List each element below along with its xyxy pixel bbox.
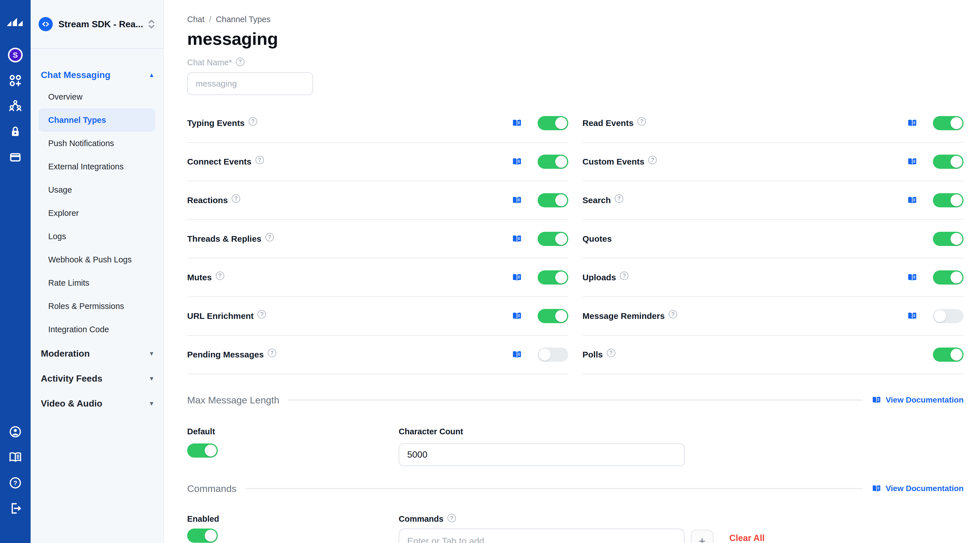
feature-label: Search bbox=[582, 196, 611, 205]
apps-icon[interactable] bbox=[7, 73, 23, 89]
sidebar-item-external-integrations[interactable]: External Integrations bbox=[38, 155, 155, 178]
nav-group-moderation[interactable]: Moderation ▾ bbox=[38, 341, 155, 366]
workspace-selector[interactable]: Stream SDK - Rea... bbox=[30, 0, 163, 49]
sidebar-item-overview[interactable]: Overview bbox=[38, 85, 155, 108]
help-icon[interactable]: ? bbox=[266, 233, 274, 241]
svg-text:?: ? bbox=[13, 479, 17, 487]
feature-row-read-events: Read Events ? bbox=[582, 104, 964, 143]
sidebar-item-channel-types[interactable]: Channel Types bbox=[38, 108, 155, 132]
sidebar-item-rate-limits[interactable]: Rate Limits bbox=[38, 271, 155, 295]
read-events-toggle[interactable] bbox=[933, 116, 964, 130]
uploads-toggle[interactable] bbox=[933, 271, 964, 285]
feature-label: Custom Events bbox=[582, 157, 644, 167]
quotes-toggle[interactable] bbox=[933, 232, 964, 246]
feature-label: Message Reminders bbox=[582, 311, 665, 321]
view-documentation-link[interactable]: View Documentation bbox=[872, 395, 964, 404]
doc-book-icon[interactable] bbox=[907, 196, 918, 205]
help-icon[interactable]: ? bbox=[268, 349, 276, 357]
nav-group-activity-feeds[interactable]: Activity Feeds ▾ bbox=[38, 366, 155, 391]
typing-events-toggle[interactable] bbox=[538, 116, 568, 130]
doc-book-icon[interactable] bbox=[512, 350, 522, 360]
doc-book-icon[interactable] bbox=[907, 272, 918, 282]
account-icon[interactable] bbox=[7, 424, 23, 440]
character-count-label: Character Count bbox=[399, 427, 463, 436]
help-icon[interactable]: ? bbox=[638, 117, 646, 126]
commands-input[interactable] bbox=[399, 529, 684, 543]
mutes-toggle[interactable] bbox=[538, 271, 568, 285]
help-icon[interactable]: ? bbox=[648, 156, 657, 164]
commands-enabled-toggle[interactable] bbox=[187, 529, 218, 543]
help-icon[interactable]: ? bbox=[258, 310, 266, 318]
help-icon[interactable]: ? bbox=[669, 310, 677, 318]
url-enrichment-toggle[interactable] bbox=[538, 309, 568, 323]
section-divider bbox=[288, 400, 862, 401]
max-length-default-toggle[interactable] bbox=[187, 443, 218, 458]
threads-replies-toggle[interactable] bbox=[538, 232, 568, 246]
section-title: Max Message Length bbox=[187, 395, 279, 406]
breadcrumb-chat[interactable]: Chat bbox=[187, 15, 204, 24]
help-icon[interactable]: ? bbox=[236, 57, 245, 66]
doc-book-icon[interactable] bbox=[512, 272, 522, 282]
chat-name-input[interactable] bbox=[187, 72, 313, 95]
sidebar-item-webhook-push-logs[interactable]: Webhook & Push Logs bbox=[38, 248, 155, 271]
reactions-toggle[interactable] bbox=[538, 193, 568, 207]
stream-logo[interactable] bbox=[6, 15, 25, 28]
nav-group-video-audio[interactable]: Video & Audio ▾ bbox=[38, 391, 155, 416]
docs-book-icon[interactable] bbox=[7, 449, 23, 465]
doc-book-icon[interactable] bbox=[512, 234, 522, 244]
logout-icon[interactable] bbox=[7, 500, 23, 516]
select-chevrons-icon bbox=[148, 19, 155, 30]
nav-group-chat-messaging[interactable]: Chat Messaging ▴ bbox=[38, 66, 155, 84]
help-icon[interactable]: ? bbox=[447, 514, 456, 522]
nav-items: Overview Channel Types Push Notification… bbox=[38, 85, 155, 341]
page-title: messaging bbox=[187, 29, 964, 49]
message-reminders-toggle[interactable] bbox=[933, 309, 964, 323]
connect-events-toggle[interactable] bbox=[538, 154, 568, 169]
sidebar-item-logs[interactable]: Logs bbox=[38, 225, 155, 248]
sidebar-item-integration-code[interactable]: Integration Code bbox=[38, 318, 155, 341]
custom-events-toggle[interactable] bbox=[933, 154, 964, 169]
feature-label: Mutes bbox=[187, 272, 212, 282]
sidebar-item-usage[interactable]: Usage bbox=[38, 178, 155, 201]
help-icon[interactable]: ? bbox=[232, 194, 240, 203]
add-command-button[interactable]: + bbox=[691, 530, 713, 543]
clear-all-button[interactable]: Clear All bbox=[729, 533, 765, 543]
view-documentation-link[interactable]: View Documentation bbox=[872, 484, 964, 493]
help-icon[interactable]: ? bbox=[216, 272, 224, 280]
doc-book-icon[interactable] bbox=[512, 196, 522, 205]
doc-book-icon[interactable] bbox=[512, 311, 522, 321]
help-icon[interactable]: ? bbox=[607, 349, 615, 357]
app-avatar[interactable]: S bbox=[7, 47, 23, 63]
character-count-input[interactable] bbox=[399, 443, 684, 466]
security-lock-icon[interactable] bbox=[7, 124, 23, 140]
team-icon[interactable] bbox=[7, 98, 23, 114]
help-circle-icon[interactable]: ? bbox=[7, 475, 23, 491]
max-message-length-section-header: Max Message Length View Documentation bbox=[187, 395, 964, 406]
help-icon[interactable]: ? bbox=[256, 156, 264, 164]
doc-book-icon[interactable] bbox=[512, 157, 522, 167]
help-icon[interactable]: ? bbox=[615, 194, 623, 203]
app-avatar-letter: S bbox=[8, 48, 23, 62]
sidebar-item-roles-permissions[interactable]: Roles & Permissions bbox=[38, 295, 155, 318]
doc-book-icon[interactable] bbox=[907, 118, 918, 128]
doc-book-icon[interactable] bbox=[907, 311, 918, 321]
code-icon bbox=[38, 17, 53, 31]
billing-card-icon[interactable] bbox=[7, 149, 23, 165]
search-toggle[interactable] bbox=[933, 193, 964, 207]
enabled-label: Enabled bbox=[187, 514, 219, 524]
doc-book-icon[interactable] bbox=[907, 157, 918, 167]
nav-group-label: Chat Messaging bbox=[41, 70, 110, 80]
breadcrumb-current: Channel Types bbox=[216, 15, 270, 24]
feature-row-reactions: Reactions ? bbox=[187, 181, 568, 220]
sidebar-item-explorer[interactable]: Explorer bbox=[38, 201, 155, 225]
section-title: Commands bbox=[187, 483, 237, 494]
polls-toggle[interactable] bbox=[933, 347, 964, 362]
breadcrumb: Chat / Channel Types bbox=[187, 15, 964, 24]
doc-book-icon[interactable] bbox=[512, 118, 522, 128]
sidebar-item-push-notifications[interactable]: Push Notifications bbox=[38, 132, 155, 155]
feature-row-url-enrichment: URL Enrichment ? bbox=[187, 297, 568, 336]
caret-down-icon: ▾ bbox=[150, 375, 153, 382]
pending-messages-toggle[interactable] bbox=[538, 347, 568, 362]
help-icon[interactable]: ? bbox=[620, 272, 628, 280]
help-icon[interactable]: ? bbox=[249, 117, 257, 126]
